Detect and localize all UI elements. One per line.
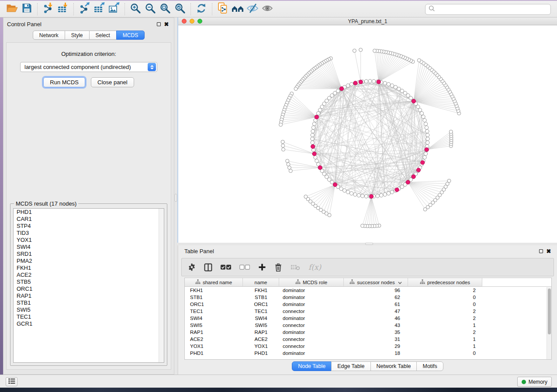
column-header-predecessor-nodes[interactable]: predecessor nodes — [408, 278, 482, 287]
mcds-node[interactable] — [421, 161, 425, 165]
mcds-result-item[interactable]: ORC1 — [14, 285, 164, 292]
mcds-result-item[interactable]: FKH1 — [14, 265, 164, 272]
table-cell[interactable]: 1 — [408, 322, 482, 329]
column-header-MCDS-role[interactable]: MCDS role — [279, 278, 344, 287]
table-cell[interactable]: TEC1 — [243, 308, 279, 315]
ring-node[interactable] — [387, 192, 390, 195]
mcds-result-list[interactable]: PHD1CAR1STP4TID3YOX1SWI4SRD1PMA2FKH1ACE2… — [13, 208, 164, 363]
table-cell[interactable]: dominator — [279, 350, 344, 357]
mcds-result-item[interactable]: SRD1 — [14, 251, 164, 258]
table-cell[interactable]: connector — [279, 322, 344, 329]
table-cell[interactable]: connector — [279, 308, 344, 315]
column-header-name[interactable]: name — [243, 278, 279, 287]
new-network-from-selection-button[interactable] — [215, 2, 230, 16]
mcds-node[interactable] — [311, 144, 315, 148]
table-cell[interactable]: ORC1 — [243, 301, 279, 308]
table-cell[interactable]: 2 — [408, 308, 482, 315]
leaf-node[interactable] — [281, 140, 284, 144]
ring-node[interactable] — [361, 194, 364, 198]
leaf-node[interactable] — [286, 159, 289, 163]
tab-style[interactable]: Style — [65, 31, 90, 40]
leaf-node[interactable] — [279, 123, 283, 127]
import-table-button[interactable] — [55, 2, 70, 16]
ring-node[interactable] — [368, 79, 372, 83]
ring-node[interactable] — [364, 195, 368, 198]
table-cell[interactable]: 2 — [408, 329, 482, 336]
ring-node[interactable] — [314, 155, 317, 159]
first-neighbors-button[interactable] — [230, 2, 245, 16]
ring-node[interactable] — [426, 130, 429, 133]
leaf-node[interactable] — [359, 48, 363, 52]
import-network-button[interactable] — [41, 2, 55, 16]
table-cell[interactable]: 31 — [344, 336, 408, 343]
table-cell[interactable]: ORC1 — [185, 301, 243, 308]
close-table-panel-button[interactable]: ✖ — [545, 248, 553, 255]
table-cell[interactable]: 29 — [344, 343, 408, 350]
ring-node[interactable] — [316, 111, 320, 115]
table-cell[interactable]: 1 — [408, 343, 482, 350]
table-cell[interactable]: 62 — [344, 294, 408, 301]
run-mcds-button[interactable]: Run MCDS — [43, 77, 85, 87]
network-canvas[interactable] — [178, 25, 557, 242]
ring-node[interactable] — [312, 122, 316, 126]
table-row[interactable]: FKH1FKH1dominator962 — [185, 287, 551, 294]
split-columns-icon[interactable] — [204, 263, 212, 272]
ring-node[interactable] — [346, 190, 349, 194]
leaf-node[interactable] — [281, 144, 285, 148]
zoom-out-button[interactable] — [143, 2, 158, 16]
table-row[interactable]: SWI5SWI5connector431 — [185, 322, 551, 329]
leaf-node[interactable] — [353, 49, 356, 52]
mcds-node[interactable] — [412, 99, 415, 103]
table-cell[interactable]: RAP1 — [185, 329, 243, 336]
ring-node[interactable] — [353, 193, 357, 196]
select-all-columns-icon[interactable] — [221, 265, 231, 270]
table-cell[interactable]: connector — [279, 336, 344, 343]
tab-network-table[interactable]: Network Table — [370, 361, 417, 371]
leaf-node[interactable] — [423, 208, 427, 211]
zoom-fit-button[interactable] — [158, 2, 173, 16]
mcds-result-item[interactable]: SWI5 — [14, 306, 164, 313]
deselect-all-columns-icon[interactable] — [239, 265, 250, 270]
ring-node[interactable] — [349, 192, 353, 195]
table-cell[interactable]: FKH1 — [185, 287, 243, 294]
mcds-node[interactable] — [318, 165, 322, 169]
table-cell[interactable]: TEC1 — [185, 308, 243, 315]
table-cell[interactable]: dominator — [279, 329, 344, 336]
table-scrollbar[interactable] — [547, 287, 551, 359]
table-cell[interactable]: PHD1 — [185, 350, 243, 357]
mcds-list-scrollbar[interactable] — [159, 209, 164, 362]
table-cell[interactable]: SWI4 — [243, 315, 279, 322]
mcds-result-item[interactable]: PHD1 — [14, 209, 164, 216]
ring-node[interactable] — [343, 189, 346, 192]
ring-node[interactable] — [311, 130, 315, 133]
ring-node[interactable] — [357, 193, 360, 197]
ring-node[interactable] — [423, 155, 426, 159]
splitter-handle[interactable] — [365, 243, 373, 245]
table-row[interactable]: TEC1TEC1connector472 — [185, 308, 551, 315]
mcds-result-item[interactable]: STB1 — [14, 299, 164, 306]
ring-node[interactable] — [318, 108, 322, 112]
search-input[interactable] — [435, 7, 550, 13]
table-cell[interactable]: 96 — [344, 287, 408, 294]
table-row[interactable]: ORC1ORC1dominator610 — [185, 301, 551, 308]
ring-node[interactable] — [426, 141, 429, 144]
table-row[interactable]: STB1STB1dominator620 — [185, 294, 551, 301]
table-cell[interactable]: 46 — [344, 315, 408, 322]
column-header-shared-name[interactable]: shared name — [185, 278, 243, 287]
tab-edge-table[interactable]: Edge Table — [331, 361, 370, 371]
float-table-panel-button[interactable] — [537, 248, 545, 255]
mcds-result-item[interactable]: TEC1 — [14, 313, 164, 320]
leaf-node[interactable] — [304, 195, 308, 198]
export-image-button[interactable] — [107, 2, 121, 16]
ring-node[interactable] — [420, 111, 423, 115]
leaf-node[interactable] — [373, 49, 377, 52]
refresh-layout-button[interactable] — [194, 2, 209, 16]
ring-node[interactable] — [311, 137, 314, 141]
ring-node[interactable] — [424, 152, 427, 155]
table-cell[interactable]: 2 — [408, 315, 482, 322]
ring-node[interactable] — [311, 141, 314, 144]
tab-mcds[interactable]: MCDS — [116, 31, 145, 40]
mcds-node[interactable] — [359, 80, 363, 84]
ring-node[interactable] — [424, 122, 427, 126]
mcds-node[interactable] — [406, 180, 410, 184]
